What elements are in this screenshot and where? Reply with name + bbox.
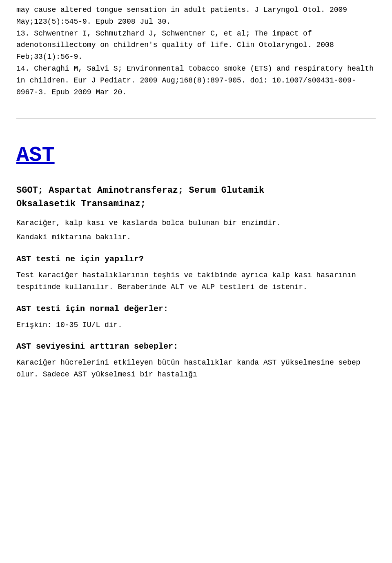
ast-desc2: Kandaki miktarına bakılır. <box>16 231 376 243</box>
ast-body-seviye: Karaciğer hücrelerini etkileyen bütün ha… <box>16 357 376 381</box>
ast-body-normal: Erişkin: 10-35 IU/L dir. <box>16 319 376 331</box>
ast-subtitle: SGOT; Aspartat Aminotransferaz; Serum Gl… <box>16 184 376 211</box>
ast-body-ne-icin: Test karaciğer hastalıklarının teşhis ve… <box>16 269 376 293</box>
ast-subtitle-line1: SGOT; Aspartat Aminotransferaz; Serum Gl… <box>16 185 264 196</box>
ast-section: AST SGOT; Aspartat Aminotransferaz; Seru… <box>16 131 376 391</box>
section-divider <box>16 118 376 119</box>
ast-desc1: Karaciğer, kalp kası ve kaslarda bolca b… <box>16 217 376 229</box>
ast-heading-ne-icin: AST testi ne için yapılır? <box>16 253 376 265</box>
paragraph-2: 13. Schwentner I, Schmutzhard J, Schwent… <box>16 28 376 63</box>
ast-subtitle-line2: Oksalasetik Transaminaz; <box>16 199 146 209</box>
top-section: may cause altered tongue sensation in ad… <box>16 0 376 106</box>
ast-heading-seviye: AST seviyesini arttıran sebepler: <box>16 340 376 353</box>
ast-heading-normal: AST testi için normal değerler: <box>16 303 376 315</box>
paragraph-1: may cause altered tongue sensation in ad… <box>16 4 376 28</box>
paragraph-3: 14. Cheraghi M, Salvi S; Environmental t… <box>16 63 376 98</box>
ast-link[interactable]: AST <box>16 140 55 171</box>
